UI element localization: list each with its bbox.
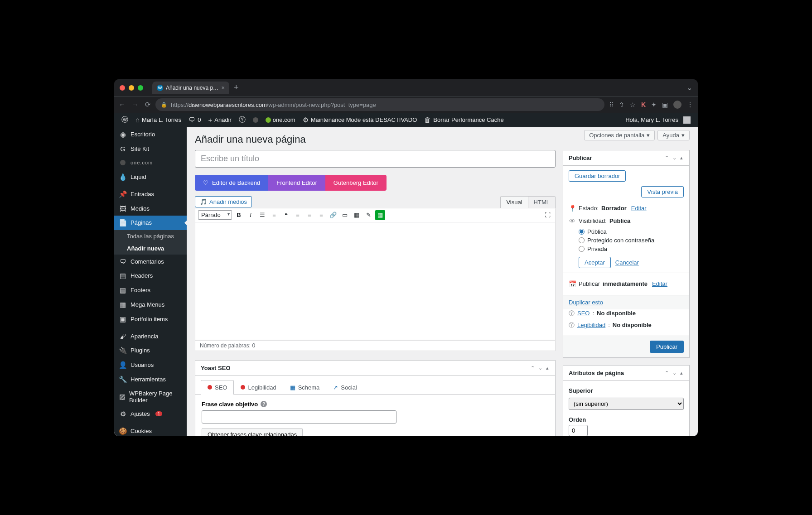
sidebar-item-portfolio[interactable]: ▣Portfolio items	[114, 312, 187, 327]
yoast-tab-social[interactable]: ↗Social	[326, 380, 363, 395]
window-minimize-button[interactable]	[129, 85, 134, 91]
keyphrase-input[interactable]	[202, 410, 396, 424]
align-center-button[interactable]: ≡	[304, 210, 314, 220]
accept-button[interactable]: Aceptar	[579, 257, 611, 268]
cache-link[interactable]: 🗑Borrar Performance Cache	[420, 113, 507, 127]
backend-editor-tab[interactable]: ♡Editor de Backend	[195, 175, 268, 191]
title-input[interactable]	[195, 150, 556, 168]
readability-link[interactable]: Legibilidad	[577, 322, 605, 328]
chevron-down-icon[interactable]: ⌄	[672, 369, 677, 377]
sidebar-item-comments[interactable]: 🗨Comentarios	[114, 255, 187, 269]
site-name-link[interactable]: ⌂María L. Torres	[132, 113, 185, 127]
help-button[interactable]: Ayuda▾	[657, 130, 690, 140]
sidebar-item-liquid[interactable]: 💧Liquid	[114, 170, 187, 184]
html-tab[interactable]: HTML	[528, 197, 555, 208]
sidebar-item-cookies[interactable]: 🍪Cookies	[114, 424, 187, 436]
fullscreen-button[interactable]: ⛶	[542, 210, 552, 220]
add-new-link[interactable]: +Añadir	[204, 113, 235, 127]
yoast-tab-readability[interactable]: Legibilidad	[234, 380, 283, 395]
duplicate-link[interactable]: Duplicar esto	[569, 299, 603, 306]
chevron-up-icon[interactable]: ⌃	[530, 364, 536, 372]
chevron-down-icon[interactable]: ⌄	[686, 83, 692, 92]
menu-icon[interactable]: ⋮	[687, 101, 693, 108]
gutenberg-editor-tab[interactable]: Gutenberg Editor	[325, 175, 387, 191]
cancel-link[interactable]: Cancelar	[615, 259, 639, 266]
parent-select[interactable]: (sin superior)	[569, 398, 684, 410]
visibility-public-radio[interactable]	[579, 229, 585, 235]
frontend-editor-tab[interactable]: Frontend Editor	[268, 175, 325, 191]
bold-button[interactable]: B	[234, 210, 244, 220]
yoast-tab-seo[interactable]: SEO	[201, 380, 234, 395]
sidebar-subitem-add-page[interactable]: Añadir nueva	[114, 242, 187, 255]
sidebar-item-footers[interactable]: ▤Footers	[114, 283, 187, 298]
order-input[interactable]	[569, 425, 588, 436]
browser-tab[interactable]: W Añadir una nueva página < Ma... ×	[152, 82, 229, 94]
maintenance-link[interactable]: ⚙Maintenance Mode está DESACTIVADO	[299, 113, 421, 127]
sidebar-item-onecom[interactable]: one.com	[114, 156, 187, 170]
caret-up-icon[interactable]: ▴	[545, 364, 550, 372]
toolbar-toggle-button[interactable]: ▦	[352, 210, 362, 220]
chevron-down-icon[interactable]: ⌄	[672, 154, 677, 162]
align-left-button[interactable]: ≡	[293, 210, 303, 220]
visibility-private-radio[interactable]	[579, 246, 585, 252]
circle-adminbar[interactable]	[249, 113, 262, 127]
quote-button[interactable]: ❝	[281, 210, 291, 220]
wp-logo[interactable]: ⓦ	[118, 113, 132, 127]
italic-button[interactable]: I	[246, 210, 256, 220]
profile-badge[interactable]: K	[641, 101, 646, 108]
publish-button[interactable]: Publicar	[650, 341, 684, 353]
sidebar-item-pages[interactable]: 📄Páginas	[114, 216, 187, 230]
caret-up-icon[interactable]: ▴	[679, 154, 684, 162]
format-select[interactable]: Párrafo	[198, 210, 232, 220]
window-close-button[interactable]	[120, 85, 125, 91]
sidebar-item-megamenus[interactable]: ▦Mega Menus	[114, 298, 187, 312]
window-maximize-button[interactable]	[138, 85, 143, 91]
save-draft-button[interactable]: Guardar borrador	[569, 170, 626, 182]
visual-tab[interactable]: Visual	[501, 197, 527, 208]
related-keyphrases-button[interactable]: Obtener frases clave relacionadas	[202, 428, 303, 436]
sidebar-item-plugins[interactable]: 🔌Plugins	[114, 343, 187, 358]
extensions-icon[interactable]: ✦	[651, 101, 657, 108]
address-input[interactable]: 🔒 https://disenowebparaescritores.com/wp…	[155, 98, 604, 111]
edit-schedule-link[interactable]: Editar	[652, 280, 667, 287]
yoast-adminbar[interactable]: Ⓨ	[235, 113, 249, 127]
sidebar-subitem-all-pages[interactable]: Todas las páginas	[114, 230, 187, 242]
align-right-button[interactable]: ≡	[316, 210, 326, 220]
share-icon[interactable]: ⇧	[619, 101, 624, 108]
sidebar-item-posts[interactable]: 📌Entradas	[114, 187, 187, 202]
sidebar-item-media[interactable]: 🖼Medios	[114, 202, 187, 216]
sidebar-item-dashboard[interactable]: ◉Escritorio	[114, 127, 187, 142]
forward-icon[interactable]: →	[132, 101, 139, 109]
onecom-adminbar[interactable]: one.com	[262, 113, 299, 127]
preview-button[interactable]: Vista previa	[641, 186, 684, 197]
more-button[interactable]: ▭	[340, 210, 350, 220]
reload-icon[interactable]: ⟳	[145, 101, 151, 109]
chevron-up-icon[interactable]: ⌃	[664, 369, 670, 377]
edit-status-link[interactable]: Editar	[631, 205, 647, 212]
avatar-icon[interactable]	[673, 101, 682, 109]
new-tab-button[interactable]: +	[234, 83, 239, 92]
sidebar-item-users[interactable]: 👤Usuarios	[114, 358, 187, 372]
bullet-list-button[interactable]: ☰	[257, 210, 267, 220]
add-media-button[interactable]: 🎵Añadir medios	[195, 196, 252, 207]
sidebar-item-tools[interactable]: 🔧Herramientas	[114, 372, 187, 387]
sidebar-item-wpbakery[interactable]: ▨WPBakery Page Builder	[114, 387, 187, 407]
yoast-tab-schema[interactable]: ▦Schema	[283, 380, 327, 395]
chevron-up-icon[interactable]: ⌃	[664, 154, 670, 162]
star-icon[interactable]: ☆	[630, 101, 636, 108]
seo-link[interactable]: SEO	[577, 310, 590, 317]
sidebar-item-appearance[interactable]: 🖌Apariencia	[114, 329, 187, 343]
visibility-password-radio[interactable]	[579, 237, 585, 243]
greeting-link[interactable]: Hola, Mary L. Torres	[622, 113, 694, 127]
comments-link[interactable]: 🗨0	[185, 113, 204, 127]
pen-button[interactable]: ✎	[363, 210, 373, 220]
numbered-list-button[interactable]: ≡	[269, 210, 279, 220]
panel-icon[interactable]: ▣	[662, 101, 668, 108]
screen-options-button[interactable]: Opciones de pantalla▾	[584, 130, 655, 140]
sidebar-item-headers[interactable]: ▤Headers	[114, 269, 187, 283]
chevron-down-icon[interactable]: ⌄	[537, 364, 543, 372]
table-button[interactable]: ▦	[375, 210, 385, 220]
back-icon[interactable]: ←	[119, 101, 126, 109]
help-icon[interactable]: ?	[261, 401, 267, 407]
caret-up-icon[interactable]: ▴	[679, 369, 684, 377]
